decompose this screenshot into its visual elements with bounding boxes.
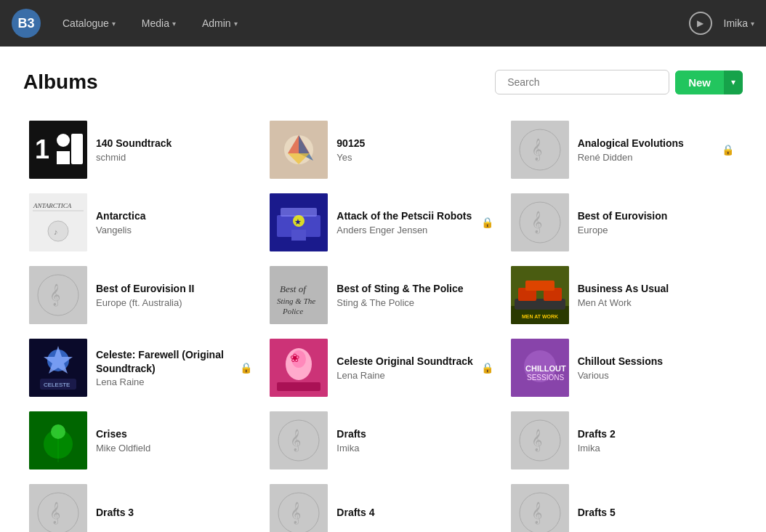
album-info: Best of Sting & The PoliceSting & The Po…: [328, 276, 496, 313]
album-thumbnail: 𝄞: [270, 411, 328, 469]
album-info: Drafts 4: [328, 500, 496, 526]
album-info: Best of EurovisionEurope: [569, 203, 737, 241]
album-title: Antarctica: [96, 209, 246, 222]
album-card[interactable]: 𝄞Best of Eurovision IIEurope (ft. Austra…: [23, 260, 261, 330]
album-title: Drafts 2: [578, 427, 728, 440]
page-header: Albums New ▾: [23, 70, 743, 94]
new-button-group: New ▾: [675, 70, 743, 94]
album-title: Analogical Evolutions: [578, 137, 728, 150]
album-artist: Imika: [578, 443, 728, 454]
album-card[interactable]: ❀Celeste Original SoundtrackLena Raine🔒: [264, 333, 501, 403]
album-card[interactable]: 𝄞Best of EurovisionEurope: [505, 188, 743, 257]
svg-text:𝄞: 𝄞: [531, 501, 542, 525]
album-thumbnail: 𝄞: [511, 484, 569, 532]
album-artist: Yes: [336, 152, 487, 163]
user-menu[interactable]: Imika ▾: [724, 17, 754, 29]
brand-logo[interactable]: B3: [12, 9, 41, 38]
svg-text:CELESTE: CELESTE: [44, 382, 70, 388]
svg-text:𝄞: 𝄞: [49, 283, 60, 307]
album-thumbnail: ❀: [270, 339, 328, 397]
album-thumbnail: 𝄞: [511, 411, 569, 469]
svg-text:❀: ❀: [290, 352, 299, 364]
album-info: DraftsImika: [328, 422, 496, 459]
album-info: Drafts 5: [569, 500, 737, 526]
svg-rect-18: [291, 230, 306, 241]
album-card[interactable]: CHILLOUTSESSIONSChillout SessionsVarious: [505, 333, 743, 403]
nav-admin-chevron: ▾: [234, 20, 238, 28]
svg-text:★: ★: [294, 217, 302, 226]
album-thumbnail: ANTARCTICA♪: [29, 193, 87, 251]
new-button[interactable]: New: [675, 70, 724, 94]
album-title: Business As Usual: [578, 282, 728, 295]
album-info: Chillout SessionsVarious: [569, 349, 737, 386]
album-card[interactable]: Best ofSting & ThePoliceBest of Sting & …: [264, 260, 501, 330]
album-info: Business As UsualMen At Work: [569, 276, 737, 313]
svg-rect-47: [277, 382, 320, 391]
album-info: CrisesMike Oldfield: [87, 422, 255, 459]
album-artist: Europe (ft. Australia): [96, 297, 246, 308]
album-title: 140 Soundtrack: [96, 137, 246, 150]
album-card[interactable]: 𝄞DraftsImika: [264, 406, 501, 475]
album-artist: Lena Raine: [96, 376, 246, 387]
album-card[interactable]: MEN AT WORKBusiness As UsualMen At Work: [505, 260, 743, 330]
album-artist: Lena Raine: [336, 370, 487, 381]
album-info: Attack of the Petscii RobotsAnders Enger…: [328, 203, 496, 241]
nav-media[interactable]: Media ▾: [137, 15, 180, 32]
album-card[interactable]: 𝄞Drafts 4: [264, 478, 501, 532]
album-info: Celeste Original SoundtrackLena Raine: [328, 349, 496, 386]
search-input[interactable]: [495, 70, 669, 94]
album-card[interactable]: 1140 Soundtrackschmid: [23, 115, 261, 185]
album-title: Chillout Sessions: [578, 355, 728, 368]
nav-catalogue[interactable]: Catalogue ▾: [58, 15, 120, 32]
album-artist: schmid: [96, 152, 246, 163]
svg-text:𝄞: 𝄞: [290, 429, 301, 452]
album-thumbnail: CHILLOUTSESSIONS: [511, 339, 569, 397]
user-menu-chevron: ▾: [751, 20, 754, 28]
svg-text:ANTARCTICA: ANTARCTICA: [33, 202, 72, 209]
svg-text:Best of: Best of: [280, 283, 307, 294]
album-card[interactable]: 90125Yes: [264, 115, 501, 185]
album-title: 90125: [336, 137, 487, 150]
album-thumbnail: 𝄞: [511, 193, 569, 251]
album-card[interactable]: ★Attack of the Petscii RobotsAnders Enge…: [264, 188, 501, 257]
album-title: Drafts 4: [336, 506, 487, 519]
svg-rect-2: [57, 134, 70, 147]
svg-text:1: 1: [35, 134, 49, 164]
new-button-dropdown[interactable]: ▾: [724, 70, 743, 94]
album-thumbnail: [270, 121, 328, 179]
album-thumbnail: CELESTE: [29, 339, 87, 397]
album-card[interactable]: 𝄞Analogical EvolutionsRené Didden🔒: [505, 115, 743, 185]
album-card[interactable]: 𝄞Drafts 5: [505, 478, 743, 532]
nav-catalogue-chevron: ▾: [112, 20, 116, 28]
navbar-right: ▶ Imika ▾: [689, 12, 754, 35]
nav-media-chevron: ▾: [172, 20, 176, 28]
navbar: B3 Catalogue ▾ Media ▾ Admin ▾ ▶ Imika ▾: [0, 0, 766, 47]
nav-media-label: Media: [142, 17, 169, 29]
lock-icon: 🔒: [240, 362, 252, 374]
album-info: 140 Soundtrackschmid: [87, 131, 255, 168]
nav-admin-label: Admin: [202, 17, 231, 29]
album-thumbnail: 𝄞: [29, 266, 87, 324]
album-card[interactable]: CrisesMike Oldfield: [23, 406, 261, 475]
album-grid: 1140 Soundtrackschmid90125Yes𝄞Analogical…: [23, 115, 743, 532]
album-artist: Vangelis: [96, 225, 246, 235]
play-button[interactable]: ▶: [689, 12, 712, 35]
album-card[interactable]: 𝄞Drafts 3: [23, 478, 261, 532]
album-info: Analogical EvolutionsRené Didden: [569, 131, 737, 168]
album-info: Celeste: Farewell (Original Soundtrack)L…: [87, 342, 255, 392]
nav-admin[interactable]: Admin ▾: [198, 15, 242, 32]
svg-text:𝄞: 𝄞: [531, 211, 542, 234]
album-card[interactable]: CELESTECeleste: Farewell (Original Sound…: [23, 333, 261, 403]
album-card[interactable]: ANTARCTICA♪AntarcticaVangelis: [23, 188, 261, 257]
nav-catalogue-label: Catalogue: [63, 17, 109, 29]
album-artist: Europe: [578, 225, 728, 235]
lock-icon: 🔒: [481, 217, 493, 228]
album-thumbnail: 𝄞: [511, 121, 569, 179]
svg-text:𝄞: 𝄞: [531, 138, 542, 161]
album-title: Drafts 3: [96, 506, 246, 519]
album-thumbnail: [29, 411, 87, 469]
album-card[interactable]: 𝄞Drafts 2Imika: [505, 406, 743, 475]
lock-icon: 🔒: [722, 144, 734, 156]
svg-text:𝄞: 𝄞: [531, 429, 542, 452]
svg-text:Police: Police: [282, 307, 303, 315]
